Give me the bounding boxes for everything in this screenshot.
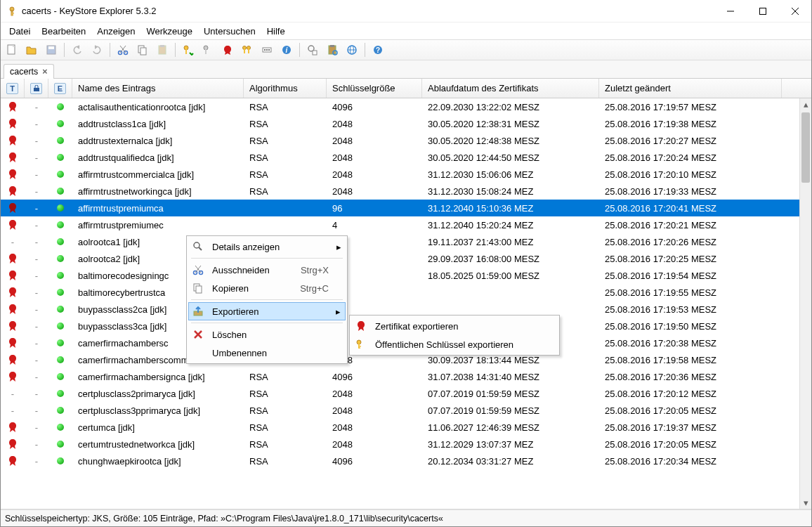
table-row[interactable]: -baltimorecybertrustca25.08.2016 17:19:5… [1,284,799,301]
new-button[interactable] [4,41,20,58]
menu-item-zertifikat-exportieren[interactable]: Zertifikat exportieren [351,317,558,335]
menu-hilfe[interactable]: Hilfe [261,25,291,38]
scroll-up-icon[interactable]: ▴ [800,98,811,110]
col-algorithm[interactable]: Algorithmus [244,79,327,98]
maximize-button[interactable] [747,0,779,22]
copy-button[interactable] [134,41,151,58]
toolbar: i ? [1,39,811,60]
table-row[interactable]: -certumca [jdk]RSA204811.06.2027 12:46:3… [1,419,799,436]
examine-ssl-button[interactable] [343,41,360,58]
col-keysize[interactable]: Schlüsselgröße [327,79,422,98]
cell-name: addtrustexternalca [jdk] [72,132,244,149]
table-row[interactable]: --certplusclass2primaryca [jdk]RSA204807… [1,385,799,402]
cell-modified: 25.08.2016 17:20:12 MESZ [599,385,782,402]
cell-lock: - [25,149,48,166]
col-modified[interactable]: Zuletzt geändert [599,79,782,98]
examine-file-button[interactable] [304,41,321,58]
col-cert-expiry[interactable]: Ablaufdatum des Zertifikats [422,79,599,98]
table-row[interactable]: -baltimorecodesigningc4818.05.2025 01:59… [1,267,799,284]
menu-werkzeuge[interactable]: Werkzeuge [140,25,198,38]
keypair-button[interactable] [180,41,197,58]
table-row[interactable]: -affirmtrustpremiumca9631.12.2040 15:10:… [1,200,799,216]
svg-rect-22 [205,49,207,54]
cell-algorithm [244,216,327,233]
paste-button[interactable] [154,41,171,58]
menu-anzeigen[interactable]: Anzeigen [91,25,140,38]
help-button[interactable]: ? [369,41,386,58]
cut-button[interactable] [114,41,131,58]
cert-button[interactable] [219,41,236,58]
cell-type [1,419,25,436]
menu-item-ausschneiden[interactable]: AusschneidenStrg+X [188,261,346,279]
redo-button[interactable] [89,41,105,58]
cell-lock: - [25,368,48,385]
menu-item-öffentlichen-schlüssel-exportieren[interactable]: Öffentlichen Schlüssel exportieren [351,335,558,353]
password-button[interactable] [258,41,275,58]
cell-expiry: 20.12.2034 03:31:27 MEZ [422,453,599,469]
table-row[interactable]: -affirmtrustnetworkingca [jdk]RSA204831.… [1,183,799,200]
undo-button[interactable] [69,41,86,58]
svg-rect-59 [358,348,360,349]
table-row[interactable]: -aolrootca2 [jdk]9629.09.2037 16:08:00 M… [1,250,799,267]
menu-item-exportieren[interactable]: Exportieren▸ [188,302,346,320]
cell-modified: 25.08.2016 17:20:05 MESZ [599,402,782,419]
context-menu[interactable]: Details anzeigen▸AusschneidenStrg+XKopie… [186,235,348,364]
col-lock[interactable] [25,79,48,98]
table-row[interactable]: -addtrustexternalca [jdk]RSA204830.05.20… [1,132,799,149]
keypair-yellow-button[interactable] [239,41,256,58]
minimize-button[interactable] [714,0,747,22]
menu-untersuchen[interactable]: Untersuchen [198,25,261,38]
col-type[interactable]: T [1,79,25,98]
cell-algorithm: RSA [244,436,327,453]
info-button[interactable]: i [278,41,295,58]
col-name[interactable]: Name des Eintrags [72,79,244,98]
table-row[interactable]: -actalisauthenticationrootca [jdk]RSA409… [1,98,799,115]
menu-item-umbenennen[interactable]: Umbenennen [188,344,346,362]
cell-lock: - [25,284,48,301]
open-button[interactable] [23,41,40,58]
scroll-thumb[interactable] [801,112,810,183]
menu-datei[interactable]: Datei [4,25,36,38]
cell-lock: - [25,200,48,216]
cell-name: affirmtrustcommercialca [jdk] [72,166,244,183]
cell-type [1,98,25,115]
toolbar-separator [365,43,365,57]
table-row[interactable]: -affirmtrustcommercialca [jdk]RSA204831.… [1,166,799,183]
table-row[interactable]: --aolrootca1 [jdk]4819.11.2037 21:43:00 … [1,233,799,250]
cell-name: addtrustclass1ca [jdk] [72,115,244,132]
table-row[interactable]: -affirmtrustpremiumec431.12.2040 15:20:2… [1,216,799,233]
cell-modified: 25.08.2016 17:20:38 MESZ [599,334,782,351]
cell-status [48,436,72,453]
scroll-down-icon[interactable]: ▾ [800,497,811,509]
cell-status [48,284,72,301]
examine-clipboard-button[interactable] [324,41,341,58]
cell-algorithm: RSA [244,166,327,183]
export-submenu[interactable]: Zertifikat exportierenÖffentlichen Schlü… [349,315,560,356]
tab-close-icon[interactable]: × [42,67,47,77]
table-row[interactable]: -certumtrustednetworkca [jdk]RSA204831.1… [1,436,799,453]
table-row[interactable]: -chunghwaepkirootca [jdk]RSA409620.12.20… [1,453,799,469]
cell-status [48,402,72,419]
menu-item-kopieren[interactable]: KopierenStrg+C [188,279,346,297]
col-expiry[interactable]: E [48,79,72,98]
save-button[interactable] [43,41,60,58]
svg-rect-2 [11,13,14,14]
table-body[interactable]: -actalisauthenticationrootca [jdk]RSA409… [1,98,799,509]
menu-bearbeiten[interactable]: Bearbeiten [36,25,91,38]
table-row[interactable]: -addtrustclass1ca [jdk]RSA204830.05.2020… [1,115,799,132]
table-row[interactable]: -addtrustqualifiedca [jdk]RSA204830.05.2… [1,149,799,166]
svg-rect-10 [48,46,54,49]
cell-expiry: 31.12.2040 15:10:36 MEZ [422,200,599,216]
menu-item-details-anzeigen[interactable]: Details anzeigen▸ [188,238,346,256]
close-button[interactable] [779,0,811,22]
menu-item-löschen[interactable]: Löschen [188,325,346,344]
table-row[interactable]: --certplusclass3pprimaryca [jdk]RSA20480… [1,402,799,419]
vertical-scrollbar[interactable]: ▴ ▾ [799,98,811,509]
table-row[interactable]: -camerfirmachambersignca [jdk]RSA409631.… [1,368,799,385]
cell-expiry: 31.12.2029 13:07:37 MEZ [422,436,599,453]
cell-name: addtrustqualifiedca [jdk] [72,149,244,166]
tab-cacerts[interactable]: cacerts × [4,64,54,79]
cell-name: camerfirmachambersignca [jdk] [72,368,244,385]
key-gray-button[interactable] [199,41,216,58]
cell-type [1,166,25,183]
